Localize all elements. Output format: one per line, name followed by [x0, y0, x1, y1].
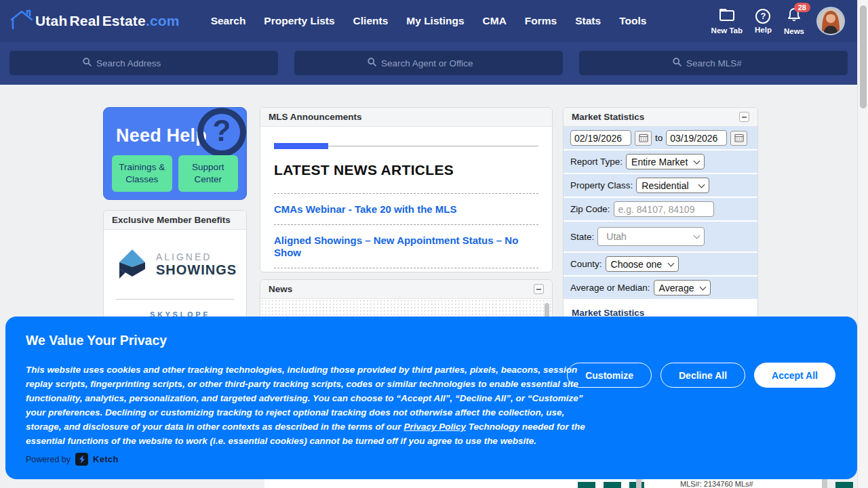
- powered-by-label: Powered by: [26, 455, 71, 464]
- report-type-select[interactable]: Entire Market: [626, 154, 705, 169]
- cookie-banner-title: We Value Your Privacy: [26, 333, 167, 348]
- chevron-down-icon: [700, 283, 707, 290]
- question-mark-icon: ?: [197, 108, 246, 157]
- ketch-label: Ketch: [93, 454, 119, 464]
- state-label: State:: [570, 232, 594, 242]
- cookie-banner-text: This website uses cookies and other trac…: [26, 363, 601, 448]
- search-mls-bar[interactable]: [579, 51, 848, 75]
- mls-announcements-card: MLS Announcements LATEST NEWS ARTICLES C…: [260, 107, 553, 272]
- collapse-stats-button[interactable]: [739, 112, 749, 122]
- bell-icon: 28: [787, 7, 801, 25]
- date-from-input[interactable]: [570, 130, 631, 146]
- clipped-page-content: MLS#: 2134760 MLs#: [0, 479, 857, 488]
- aligned-showings-icon: [113, 245, 150, 284]
- cookie-consent-banner: We Value Your Privacy This website uses …: [5, 317, 857, 479]
- decline-all-button[interactable]: Decline All: [660, 363, 745, 388]
- search-strip: [0, 42, 857, 85]
- top-navigation-bar: UtahRealEstate.com Search Property Lists…: [0, 0, 857, 42]
- search-mls-input[interactable]: [686, 58, 754, 68]
- user-avatar[interactable]: [816, 7, 845, 35]
- average-median-row: Average or Median: Average: [564, 277, 757, 300]
- property-class-row: Property Class: Residential: [564, 174, 757, 198]
- help-icon: ?: [755, 9, 770, 24]
- mls-announcements-header: MLS Announcements: [260, 108, 552, 127]
- logo-text: UtahRealEstate.com: [35, 13, 180, 29]
- need-help-title: Need Help: [116, 125, 207, 146]
- carousel-progress-bar: [274, 143, 328, 149]
- accept-all-button[interactable]: Accept All: [754, 363, 835, 388]
- new-tab-button[interactable]: New Tab: [711, 8, 743, 35]
- average-median-select[interactable]: Average: [654, 280, 711, 296]
- state-select[interactable]: Utah: [597, 227, 705, 246]
- house-icon: [9, 9, 35, 33]
- nav-item-forms[interactable]: Forms: [525, 15, 557, 27]
- member-benefits-header: Exclusive Member Benefits: [104, 211, 246, 230]
- aligned-line1: ALIGNED: [156, 251, 237, 262]
- nav-item-tools[interactable]: Tools: [619, 15, 646, 27]
- help-label: Help: [755, 26, 772, 34]
- main-nav: Search Property Lists Clients My Listing…: [211, 15, 647, 27]
- zip-code-label: Zip Code:: [570, 204, 610, 214]
- powered-by-ketch[interactable]: Powered by Ketch: [26, 453, 119, 466]
- search-address-input[interactable]: [96, 58, 205, 68]
- customize-button[interactable]: Customize: [567, 363, 652, 388]
- date-to-label: to: [655, 133, 663, 143]
- news-article-link-1[interactable]: CMAs Webinar - Take 20 with the MLS: [274, 203, 457, 215]
- new-tab-label: New Tab: [711, 26, 743, 35]
- market-statistics-form: to Report Type: Entire Market Property C…: [564, 127, 757, 300]
- news-header: News: [260, 280, 552, 299]
- state-row: State: Utah: [564, 222, 757, 253]
- clipped-card: [264, 479, 636, 488]
- news-badge: 28: [794, 3, 810, 12]
- help-button[interactable]: ? Help: [755, 9, 772, 34]
- search-icon: [368, 57, 376, 69]
- search-icon: [673, 57, 682, 69]
- report-type-row: Report Type: Entire Market: [564, 150, 757, 174]
- nav-item-stats[interactable]: Stats: [575, 15, 601, 27]
- county-row: County: Choose one: [564, 253, 757, 277]
- support-center-button[interactable]: Support Center: [178, 155, 239, 192]
- chevron-down-icon: [668, 260, 675, 266]
- aligned-showings-logo[interactable]: ALIGNED SHOWINGS: [104, 230, 246, 299]
- ketch-icon: [75, 453, 88, 466]
- scrollbar-sliver: [822, 479, 827, 488]
- chevron-down-icon: [694, 157, 701, 164]
- aligned-line2: SHOWINGS: [156, 262, 237, 278]
- news-button[interactable]: 28 News: [784, 7, 804, 35]
- zip-code-input[interactable]: [614, 201, 714, 217]
- divider: [274, 268, 538, 268]
- search-address-bar[interactable]: [9, 51, 278, 75]
- site-logo[interactable]: UtahRealEstate.com: [9, 9, 180, 33]
- top-actions: New Tab ? Help 28 News: [711, 0, 845, 42]
- county-select[interactable]: Choose one: [606, 256, 679, 272]
- nav-item-property-lists[interactable]: Property Lists: [264, 15, 334, 27]
- search-agent-bar[interactable]: [294, 51, 563, 75]
- report-type-label: Report Type:: [570, 157, 623, 167]
- page-scrollbar[interactable]: [857, 0, 868, 488]
- nav-item-cma[interactable]: CMA: [483, 15, 507, 27]
- calendar-icon[interactable]: [635, 131, 652, 146]
- average-median-label: Average or Median:: [570, 283, 650, 293]
- county-label: County:: [570, 259, 602, 269]
- news-article-link-2[interactable]: Aligned Showings – New Appointment Statu…: [274, 235, 518, 258]
- property-class-select[interactable]: Residential: [636, 178, 709, 193]
- new-tab-icon: [719, 8, 735, 24]
- latest-news-heading: LATEST NEWS ARTICLES: [274, 162, 538, 178]
- date-range-row: to: [564, 127, 757, 150]
- chevron-down-icon: [698, 181, 705, 188]
- nav-item-search[interactable]: Search: [211, 15, 246, 27]
- calendar-icon[interactable]: [730, 131, 747, 146]
- property-class-label: Property Class:: [570, 180, 633, 190]
- clipped-mls-text: MLS#: 2134760 MLs#: [680, 480, 753, 488]
- trainings-classes-button[interactable]: Trainings & Classes: [112, 155, 172, 192]
- collapse-news-button[interactable]: [534, 284, 544, 294]
- scrollbar-thumb[interactable]: [860, 5, 867, 108]
- scrollbar-sliver: [636, 479, 642, 488]
- clipped-card: MLS#: 2134760 MLs#: [644, 479, 822, 488]
- search-icon: [83, 57, 92, 69]
- search-agent-input[interactable]: [381, 58, 490, 68]
- nav-item-clients[interactable]: Clients: [353, 15, 389, 27]
- privacy-policy-link[interactable]: Privacy Policy: [403, 422, 466, 432]
- nav-item-my-listings[interactable]: My Listings: [406, 15, 464, 27]
- date-to-input[interactable]: [666, 130, 727, 146]
